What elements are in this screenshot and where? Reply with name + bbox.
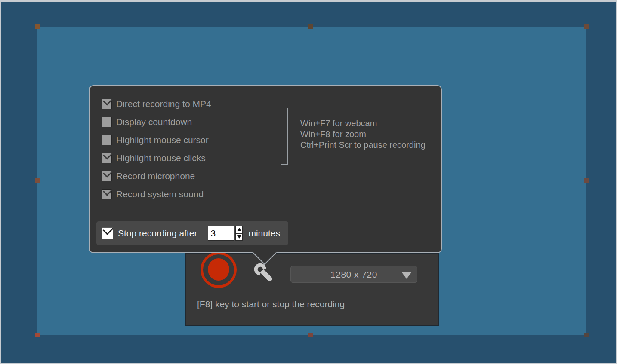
checkbox[interactable] <box>102 171 112 181</box>
checkbox[interactable] <box>102 189 112 199</box>
option-record-microphone[interactable]: Record microphone <box>102 171 211 181</box>
checkbox[interactable] <box>102 153 112 163</box>
region-handle-top-middle[interactable] <box>308 24 313 29</box>
record-dot-icon <box>208 258 229 281</box>
region-handle-top-right[interactable] <box>584 24 589 29</box>
arrow-down-icon <box>237 235 241 239</box>
hotkey-webcam: Win+F7 for webcam <box>300 118 426 129</box>
settings-popup: Direct recording to MP4 Display countdow… <box>89 85 442 253</box>
option-label: Display countdown <box>116 117 192 127</box>
record-hotkey-hint: [F8] key to start or stop the recording <box>197 299 345 309</box>
option-record-system-sound[interactable]: Record system sound <box>102 189 211 199</box>
region-handle-middle-right[interactable] <box>584 178 589 183</box>
minutes-unit-label: minutes <box>248 228 280 239</box>
option-label: Record system sound <box>116 189 204 199</box>
record-button[interactable] <box>200 251 238 289</box>
checkbox[interactable] <box>102 117 112 127</box>
option-highlight-mouse-cursor[interactable]: Highlight mouse cursor <box>102 135 211 145</box>
minutes-input[interactable] <box>208 226 234 241</box>
divider-outline <box>281 108 288 165</box>
region-handle-bottom-middle[interactable] <box>308 333 313 337</box>
option-highlight-mouse-clicks[interactable]: Highlight mouse clicks <box>102 153 211 163</box>
option-direct-recording-mp4[interactable]: Direct recording to MP4 <box>102 99 211 109</box>
minutes-spinner <box>208 226 243 241</box>
option-list: Direct recording to MP4 Display countdow… <box>102 99 211 199</box>
chevron-down-icon <box>402 272 411 279</box>
hotkey-pause: Ctrl+Print Scr to pause recording <box>300 140 426 150</box>
option-label: Highlight mouse cursor <box>116 135 209 145</box>
stop-after-row: Stop recording after minutes <box>96 221 288 245</box>
recorder-toolbar: 1280 x 720 [F8] key to start or stop the… <box>185 253 439 326</box>
hotkey-zoom: Win+F8 for zoom <box>300 129 426 140</box>
option-label: Direct recording to MP4 <box>116 99 211 109</box>
spinner-down-button[interactable] <box>235 233 243 241</box>
option-label: Record microphone <box>116 171 195 181</box>
resolution-value: 1280 x 720 <box>330 269 377 280</box>
resolution-dropdown[interactable]: 1280 x 720 <box>290 266 417 283</box>
region-handle-middle-left[interactable] <box>35 178 40 183</box>
option-display-countdown[interactable]: Display countdown <box>102 117 211 127</box>
checkbox[interactable] <box>102 135 112 145</box>
region-handle-bottom-left[interactable] <box>35 333 40 337</box>
checkbox[interactable] <box>102 99 112 109</box>
arrow-up-icon <box>237 228 241 231</box>
stop-after-checkbox[interactable] <box>102 227 113 239</box>
region-handle-bottom-right[interactable] <box>584 333 589 337</box>
stop-after-label: Stop recording after <box>118 228 197 239</box>
hotkey-help: Win+F7 for webcam Win+F8 for zoom Ctrl+P… <box>300 118 426 150</box>
region-handle-top-left[interactable] <box>35 24 40 29</box>
option-label: Highlight mouse clicks <box>116 153 206 163</box>
settings-wrench-icon[interactable] <box>254 263 275 284</box>
spinner-up-button[interactable] <box>235 226 243 233</box>
